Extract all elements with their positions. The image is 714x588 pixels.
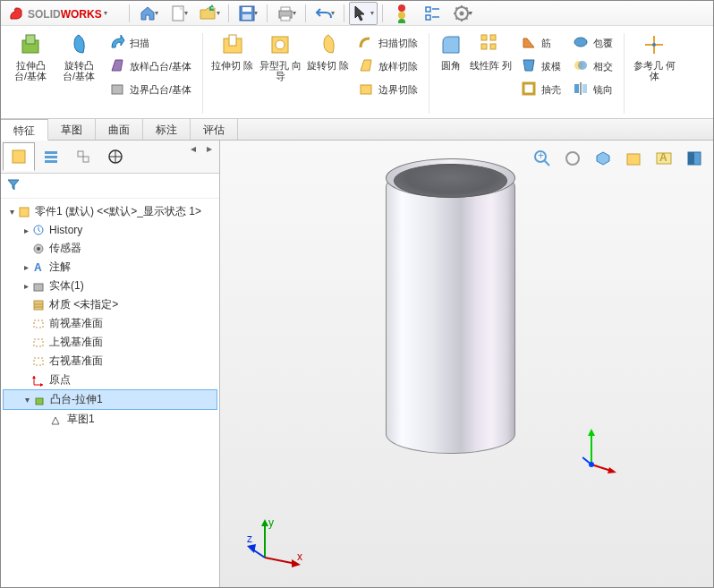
revolve-cut[interactable]: 旋转切 除 (307, 31, 349, 71)
extrude-boss[interactable]: 拉伸凸 台/基体 (9, 31, 52, 81)
loft-boss[interactable]: 放样凸台/基体 (108, 56, 191, 74)
select-button[interactable]: ▾ (349, 2, 378, 25)
svg-text:A: A (34, 261, 42, 274)
tree-solid-bodies[interactable]: ▸实体(1) (3, 277, 217, 295)
tree-right-plane[interactable]: 右视基准面 (3, 352, 217, 371)
svg-rect-46 (13, 150, 25, 163)
tab-features[interactable]: 特征 (1, 119, 48, 141)
sweep[interactable]: 扫描 (108, 33, 191, 51)
revolve-boss[interactable]: 旋转凸 台/基体 (57, 31, 100, 81)
extrude-cut[interactable]: 拉伸切 除 (211, 31, 253, 71)
corner-triad-icon: y x z (247, 517, 310, 571)
svg-rect-50 (78, 151, 83, 157)
zoom-area-icon[interactable] (559, 146, 586, 171)
tree-origin[interactable]: 原点 (3, 371, 217, 389)
property-manager-tab[interactable] (35, 142, 67, 171)
svg-rect-10 (426, 7, 430, 12)
model-cylinder[interactable] (386, 167, 515, 454)
app-logo: SOLIDWORKS ▾ (8, 5, 107, 21)
svg-rect-26 (112, 85, 123, 94)
svg-rect-55 (20, 208, 29, 217)
tab-sketch[interactable]: 草图 (48, 119, 96, 140)
loft-cut[interactable]: 放样切除 (357, 56, 418, 74)
draft[interactable]: 拔模 (520, 56, 561, 74)
viewport[interactable]: + A y x z (220, 141, 713, 587)
wrap[interactable]: 包覆 (572, 33, 613, 51)
shell[interactable]: 抽壳 (520, 80, 561, 98)
tree-top-plane[interactable]: 上视基准面 (3, 333, 217, 352)
tree-front-plane[interactable]: 前视基准面 (3, 314, 217, 333)
svg-point-15 (459, 11, 463, 15)
tree-sensors[interactable]: 传感器 (3, 239, 217, 258)
svg-rect-6 (281, 16, 290, 21)
hole-wizard[interactable]: 异型孔 向导 (259, 31, 302, 81)
brand-works: WORKS (61, 8, 102, 21)
nav-next-icon[interactable]: ▸ (201, 142, 217, 171)
logo-dropdown-icon[interactable]: ▾ (104, 9, 107, 17)
svg-rect-34 (481, 44, 487, 49)
tab-surfaces[interactable]: 曲面 (96, 119, 143, 140)
svg-rect-35 (490, 44, 496, 49)
ref-geom[interactable]: 参考几 何体 (633, 31, 676, 81)
zoom-fit-icon[interactable]: + (529, 146, 556, 171)
svg-rect-41 (582, 84, 587, 93)
nav-prev-icon[interactable]: ◂ (185, 142, 201, 171)
options-button[interactable] (418, 2, 446, 25)
svg-point-82 (589, 462, 594, 467)
tree-history[interactable]: ▸History (3, 221, 217, 239)
section-icon[interactable] (681, 146, 708, 171)
ribbon: 拉伸凸 台/基体 旋转凸 台/基体 扫描 放样凸台/基体 边界凸台/基体 拉伸切… (1, 26, 713, 119)
svg-rect-31 (361, 85, 371, 94)
fillet[interactable]: 圆角 (438, 31, 464, 71)
tree-boss-extrude-1[interactable]: ▾凸台-拉伸1 (3, 389, 217, 410)
dimxpert-tab[interactable] (99, 142, 132, 171)
tab-annotate[interactable]: 标注 (143, 119, 191, 140)
linear-pattern[interactable]: 线性阵 列 (470, 31, 512, 71)
feature-tree: ▾零件1 (默认) <<默认>_显示状态 1> ▸History传感器▸A注解▸… (1, 199, 219, 587)
rebuild-button[interactable] (387, 2, 416, 25)
svg-text:x: x (297, 550, 302, 563)
tree-material[interactable]: 材质 <未指定> (3, 295, 217, 314)
home-button[interactable]: ▾ (134, 2, 163, 25)
tree-filter[interactable] (1, 174, 219, 199)
svg-point-8 (398, 12, 405, 19)
tree-annotations[interactable]: ▸A注解 (3, 258, 217, 277)
svg-rect-51 (83, 157, 89, 162)
svg-line-21 (465, 17, 467, 19)
rib[interactable]: 筋 (520, 33, 561, 51)
tree-sketch-1[interactable]: 草图1 (3, 410, 217, 429)
command-tabs: 特征 草图 曲面 标注 评估 (1, 119, 713, 141)
svg-rect-78 (688, 152, 694, 165)
settings-button[interactable]: ▾ (448, 2, 477, 25)
boundary-boss[interactable]: 边界凸台/基体 (108, 80, 191, 98)
view-orient-icon[interactable] (590, 146, 616, 171)
boundary-cut[interactable]: 边界切除 (357, 80, 418, 98)
title-bar: SOLIDWORKS ▾ ▾ ▾ ▾ ▾ ▾ ▾ ▾ ▾ (1, 1, 713, 26)
tab-evaluate[interactable]: 评估 (191, 119, 238, 140)
svg-line-22 (455, 17, 457, 19)
scene-icon[interactable]: A (650, 146, 677, 171)
svg-rect-47 (45, 151, 57, 154)
tree-root[interactable]: ▾零件1 (默认) <<默认>_显示状态 1> (3, 202, 217, 221)
new-button[interactable]: ▾ (165, 2, 193, 25)
svg-rect-65 (34, 339, 43, 346)
svg-rect-5 (281, 7, 290, 11)
open-button[interactable]: ▾ (195, 2, 224, 25)
svg-line-23 (465, 7, 467, 9)
svg-point-73 (566, 152, 579, 165)
origin-triad-icon (582, 429, 618, 473)
svg-rect-49 (45, 160, 57, 163)
config-manager-tab[interactable] (67, 142, 99, 171)
feature-tree-tab[interactable] (3, 142, 35, 171)
svg-rect-3 (242, 14, 251, 20)
svg-point-30 (276, 40, 285, 49)
display-style-icon[interactable] (620, 146, 647, 171)
sweep-cut[interactable]: 扫描切除 (357, 33, 418, 51)
save-button[interactable]: ▾ (234, 2, 262, 25)
svg-rect-69 (36, 398, 43, 405)
svg-point-9 (398, 19, 405, 23)
intersect[interactable]: 相交 (572, 56, 613, 74)
mirror[interactable]: 镜向 (572, 80, 613, 98)
undo-button[interactable]: ▾ (310, 2, 339, 25)
print-button[interactable]: ▾ (272, 2, 301, 25)
